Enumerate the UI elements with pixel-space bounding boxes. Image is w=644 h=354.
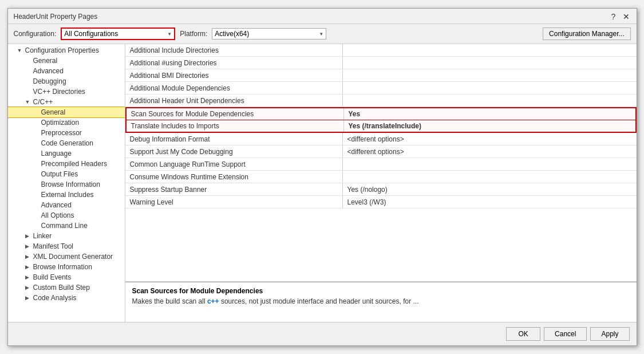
config-dropdown[interactable]: All Configurations ▼ (61, 27, 175, 40)
prop-name: Debug Information Format (125, 133, 343, 145)
prop-name: Additional BMI Directories (125, 69, 343, 81)
prop-value: <different options> (343, 145, 637, 158)
sidebar-item-browse-info[interactable]: Browse Information (8, 179, 125, 190)
platform-chevron-icon: ▼ (319, 32, 323, 37)
close-button[interactable]: ✕ (622, 12, 631, 21)
prop-value: Level3 (/W3) (343, 196, 637, 208)
prop-value: Yes (/nologo) (343, 183, 637, 195)
arrow-icon: ▶ (25, 233, 32, 239)
sidebar-item-external-includes[interactable]: External Includes (8, 190, 125, 200)
config-chevron-icon: ▼ (167, 32, 172, 37)
sidebar-item-label: Language (41, 150, 72, 158)
dialog: HeaderUnit Property Pages ? ✕ Configurat… (7, 8, 637, 346)
prop-name: Warning Level (125, 196, 343, 208)
sidebar-item-output-files[interactable]: Output Files (8, 169, 125, 179)
sidebar-item-label: XML Document Generator (33, 253, 113, 261)
ok-button[interactable]: OK (506, 327, 540, 341)
sidebar-item-vcpp-dirs[interactable]: VC++ Directories (8, 86, 125, 97)
sidebar-item-label: Manifest Tool (33, 242, 73, 250)
table-row[interactable]: Debug Information Format <different opti… (125, 133, 637, 145)
arrow-icon: ▶ (25, 264, 32, 270)
config-value: All Configurations (64, 30, 118, 38)
right-panel: Additional Include Directories Additiona… (125, 44, 637, 322)
table-row[interactable]: Common Language RunTime Support (125, 158, 637, 171)
table-row-translate-includes[interactable]: Translate Includes to Imports Yes (/tran… (125, 120, 637, 133)
sidebar-item-label: Custom Build Step (33, 284, 90, 292)
sidebar-item-language[interactable]: Language (8, 148, 125, 159)
desc-text-before: Makes the build scan all (132, 297, 207, 305)
sidebar-item-debugging[interactable]: Debugging (8, 76, 125, 86)
sidebar-item-label: External Includes (41, 191, 94, 199)
config-manager-button[interactable]: Configuration Manager... (543, 27, 630, 40)
sidebar-item-precompiled[interactable]: Precompiled Headers (8, 159, 125, 169)
arrow-icon: ▶ (25, 274, 32, 280)
arrow-icon: ▶ (25, 243, 32, 249)
sidebar-item-build-events[interactable]: ▶ Build Events (8, 272, 125, 282)
sidebar-item-all-options[interactable]: All Options (8, 210, 125, 221)
sidebar-item-manifest-tool[interactable]: ▶ Manifest Tool (8, 241, 125, 251)
sidebar-item-label: Browse Information (33, 263, 92, 271)
dialog-title: HeaderUnit Property Pages (14, 13, 98, 21)
table-row[interactable]: Warning Level Level3 (/W3) (125, 196, 637, 209)
sidebar-item-label: VC++ Directories (33, 88, 85, 96)
prop-name: Additional Include Directories (125, 44, 343, 56)
apply-button[interactable]: Apply (590, 327, 629, 341)
sidebar-item-custom-build[interactable]: ▶ Custom Build Step (8, 282, 125, 293)
table-row[interactable]: Consume Windows Runtime Extension (125, 171, 637, 183)
platform-label: Platform: (180, 30, 207, 38)
table-row[interactable]: Suppress Startup Banner Yes (/nologo) (125, 183, 637, 196)
sidebar-item-label: Code Analysis (33, 294, 77, 302)
sidebar-item-label: Preprocessor (41, 129, 82, 137)
config-label: Configuration: (14, 30, 57, 38)
sidebar-item-code-analysis[interactable]: ▶ Code Analysis (8, 293, 125, 303)
sidebar-item-label: C/C++ (33, 98, 53, 106)
prop-name: Additional #using Directories (125, 57, 343, 69)
table-row[interactable]: Support Just My Code Debugging <differen… (125, 145, 637, 158)
prop-name: Scan Sources for Module Dependencies (127, 108, 344, 120)
sidebar-item-label: Code Generation (41, 139, 93, 147)
table-row[interactable]: Additional Module Dependencies (125, 82, 637, 95)
prop-value: Yes (/translateInclude) (344, 120, 635, 132)
prop-value: Yes (344, 108, 635, 120)
footer: OK Cancel Apply (8, 322, 637, 345)
sidebar-item-label: Build Events (33, 273, 72, 281)
sidebar-item-optimization[interactable]: Optimization (8, 117, 125, 128)
prop-value (343, 57, 637, 69)
sidebar-item-cpp[interactable]: ▼ C/C++ (8, 97, 125, 107)
platform-value: Active(x64) (215, 30, 249, 38)
sidebar-item-code-gen[interactable]: Code Generation (8, 138, 125, 148)
sidebar-item-linker[interactable]: ▶ Linker (8, 231, 125, 241)
sidebar-item-general[interactable]: General (8, 56, 125, 66)
arrow-icon: ▼ (25, 99, 32, 105)
sidebar-item-advanced-cpp[interactable]: Advanced (8, 200, 125, 210)
help-button[interactable]: ? (609, 12, 618, 21)
prop-value (343, 69, 637, 81)
table-row[interactable]: Additional BMI Directories (125, 69, 637, 82)
title-bar: HeaderUnit Property Pages ? ✕ (8, 9, 637, 24)
sidebar-item-label: Optimization (41, 119, 80, 127)
platform-dropdown[interactable]: Active(x64) ▼ (212, 28, 326, 40)
sidebar-item-browse-info2[interactable]: ▶ Browse Information (8, 262, 125, 272)
table-row[interactable]: Additional Include Directories (125, 44, 637, 57)
prop-name: Additional Header Unit Dependencies (125, 95, 343, 107)
config-row: Configuration: All Configurations ▼ Plat… (8, 24, 637, 44)
arrow-icon: ▶ (25, 295, 32, 301)
sidebar-item-xml-doc[interactable]: ▶ XML Document Generator (8, 251, 125, 262)
prop-value (343, 95, 637, 107)
cancel-button[interactable]: Cancel (544, 327, 587, 341)
sidebar-item-label: Command Line (41, 222, 88, 230)
sidebar-item-advanced[interactable]: Advanced (8, 66, 125, 76)
arrow-icon: ▶ (25, 254, 32, 259)
table-row[interactable]: Additional #using Directories (125, 57, 637, 69)
prop-value (343, 171, 637, 183)
sidebar-item-preprocessor[interactable]: Preprocessor (8, 128, 125, 138)
table-row[interactable]: Additional Header Unit Dependencies (125, 95, 637, 107)
table-row-scan-sources[interactable]: Scan Sources for Module Dependencies Yes (125, 107, 637, 120)
prop-value: <different options> (343, 133, 637, 145)
sidebar-item-cpp-general[interactable]: General (8, 107, 125, 117)
prop-value (343, 44, 637, 56)
description-panel: Scan Sources for Module Dependencies Mak… (125, 282, 637, 322)
props-table: Additional Include Directories Additiona… (125, 44, 637, 282)
sidebar-item-config-props[interactable]: ▼ Configuration Properties (8, 45, 125, 56)
sidebar-item-command-line[interactable]: Command Line (8, 221, 125, 231)
